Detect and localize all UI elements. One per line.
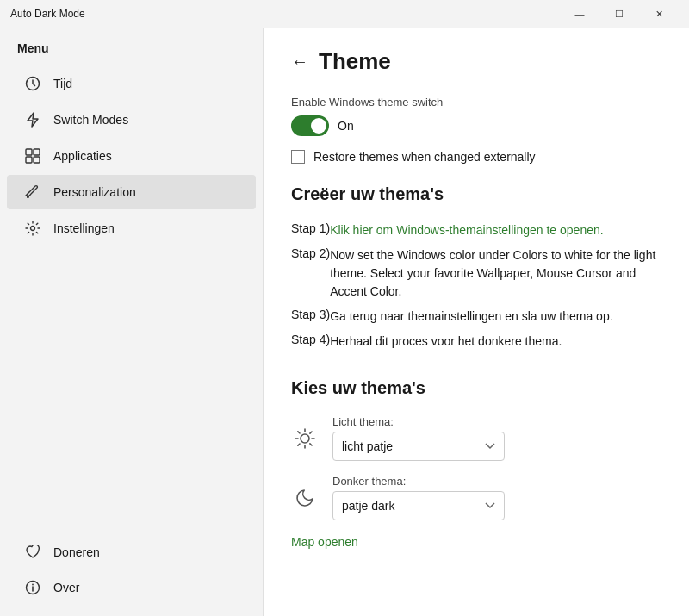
sun-icon	[291, 425, 319, 452]
sidebar-bottom: Doneren Over	[0, 534, 263, 616]
sidebar-item-personalization[interactable]: Personalization	[7, 175, 256, 209]
sidebar: Menu Tijd Switch Modes	[0, 28, 263, 616]
step-1-num: Stap 1)	[291, 218, 330, 243]
sidebar-label-switch-modes: Switch Modes	[53, 113, 128, 127]
sidebar-item-instellingen[interactable]: Instellingen	[7, 211, 256, 246]
theme-toggle[interactable]	[291, 115, 329, 136]
restore-checkbox-row: Restore themes when changed externally	[291, 150, 661, 164]
sidebar-label-tijd: Tijd	[53, 77, 72, 90]
step-1-link[interactable]: Klik hier om Windows-themainstellingen t…	[330, 223, 604, 237]
svg-point-9	[301, 434, 309, 443]
map-openen-link[interactable]: Map openen	[291, 535, 358, 549]
sidebar-label-over: Over	[53, 581, 79, 594]
step-3-row: Stap 3) Ga terug naar themainstellingen …	[291, 304, 661, 329]
svg-point-5	[27, 196, 29, 198]
svg-point-6	[31, 227, 35, 231]
step-4-row: Stap 4) Herhaal dit proces voor het donk…	[291, 329, 661, 354]
step-1-text: Klik hier om Windows-themainstellingen t…	[330, 218, 661, 243]
main-content: ← Theme Enable Windows theme switch On R…	[263, 28, 689, 616]
sidebar-label-doneren: Doneren	[53, 545, 100, 559]
light-theme-group: Licht thema: licht patje	[332, 415, 505, 461]
brush-icon	[24, 184, 41, 201]
toggle-state-label: On	[338, 119, 354, 133]
lightning-icon	[24, 111, 41, 128]
step-3-num: Stap 3)	[291, 304, 330, 329]
minimize-button[interactable]: —	[560, 0, 599, 28]
toggle-row: On	[291, 115, 661, 136]
svg-rect-4	[34, 157, 40, 163]
light-theme-select[interactable]: licht patje	[332, 432, 505, 461]
sidebar-label-applicaties: Applicaties	[53, 149, 112, 163]
step-1-row: Stap 1) Klik hier om Windows-themainstel…	[291, 218, 661, 243]
svg-rect-3	[26, 157, 32, 163]
back-button[interactable]: ←	[291, 52, 308, 72]
dark-theme-group: Donker thema: patje dark	[332, 475, 505, 520]
choose-heading: Kies uw thema's	[291, 378, 661, 398]
sidebar-item-switch-modes[interactable]: Switch Modes	[7, 103, 256, 137]
close-button[interactable]: ✕	[639, 0, 679, 28]
window-controls: — ☐ ✕	[560, 0, 679, 28]
gear-icon	[24, 220, 41, 237]
step-3-text: Ga terug naar themainstellingen en sla u…	[330, 304, 661, 329]
sidebar-label-personalization: Personalization	[53, 185, 136, 199]
light-theme-row: Licht thema: licht patje	[291, 415, 661, 461]
page-title: Theme	[319, 48, 391, 75]
steps-table: Stap 1) Klik hier om Windows-themainstel…	[291, 218, 661, 354]
step-2-text: Now set the Windows color under Colors t…	[330, 243, 661, 304]
sidebar-item-tijd[interactable]: Tijd	[7, 66, 256, 101]
sidebar-item-doneren[interactable]: Doneren	[7, 535, 256, 569]
sidebar-item-over[interactable]: Over	[7, 570, 256, 605]
dark-theme-label: Donker thema:	[332, 475, 505, 488]
enable-label: Enable Windows theme switch	[291, 96, 661, 109]
step-4-num: Stap 4)	[291, 329, 330, 354]
apps-icon	[24, 147, 41, 165]
create-heading: Creëer uw thema's	[291, 184, 661, 204]
page-header: ← Theme	[291, 48, 661, 75]
moon-icon	[291, 484, 319, 512]
step-4-text: Herhaal dit proces voor het donkere them…	[330, 329, 661, 354]
info-icon	[24, 579, 41, 596]
dark-theme-row: Donker thema: patje dark	[291, 475, 661, 520]
restore-checkbox[interactable]	[291, 150, 305, 164]
dark-theme-select[interactable]: patje dark	[332, 491, 505, 520]
maximize-button[interactable]: ☐	[599, 0, 639, 28]
sidebar-menu-label: Menu	[0, 28, 263, 65]
clock-icon	[24, 75, 41, 92]
sidebar-label-instellingen: Instellingen	[53, 221, 115, 235]
svg-point-8	[32, 584, 34, 586]
svg-rect-2	[34, 149, 40, 155]
app-body: Menu Tijd Switch Modes	[0, 28, 689, 616]
sidebar-item-applicaties[interactable]: Applicaties	[7, 139, 256, 173]
restore-label: Restore themes when changed externally	[313, 150, 536, 164]
light-theme-label: Licht thema:	[332, 415, 505, 428]
heart-icon	[24, 544, 41, 561]
title-bar: Auto Dark Mode — ☐ ✕	[0, 0, 689, 28]
app-title: Auto Dark Mode	[10, 8, 85, 20]
step-2-num: Stap 2)	[291, 243, 330, 304]
svg-rect-1	[26, 149, 32, 155]
step-2-row: Stap 2) Now set the Windows color under …	[291, 243, 661, 304]
